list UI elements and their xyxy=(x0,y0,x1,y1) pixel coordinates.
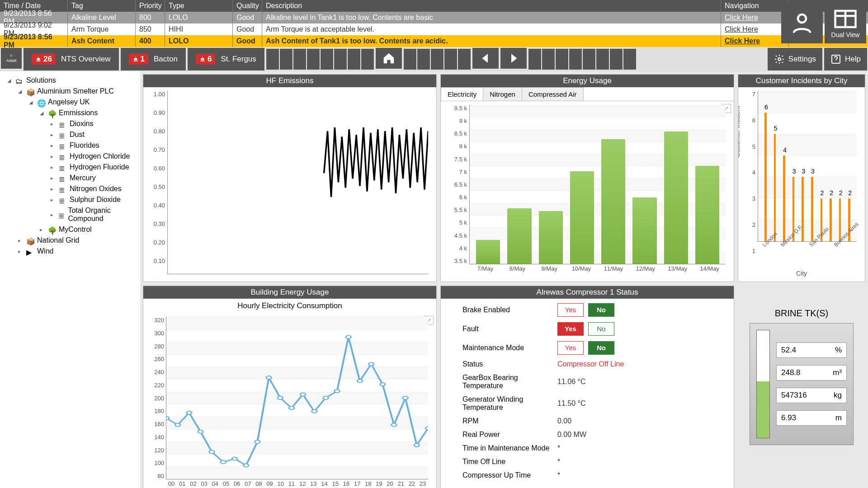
solution-tree[interactable]: ◢ 🗂 Solutions ◢ 📦 Aluminium Smelter PLC … xyxy=(0,71,140,488)
col-header-quality[interactable]: Quality xyxy=(233,0,262,12)
dual-view-button[interactable]: Dual View xyxy=(825,2,866,43)
alarm-row[interactable]: 9/23/2013 9:02 PM Arm Torque 850 HIHI Go… xyxy=(0,23,868,35)
tree-item[interactable]: ▸ ≣ Nitrogen Oxides xyxy=(2,183,138,194)
expand-toggle-icon[interactable]: ◢ xyxy=(29,99,34,105)
col-header-nav[interactable]: Navigation xyxy=(721,0,789,12)
tree-item[interactable]: ▸ ≣ Hydrogen Chloride xyxy=(2,151,138,162)
nav-slot[interactable] xyxy=(444,49,457,70)
tree-item[interactable]: ▸ ≣ Dioxins xyxy=(2,118,138,129)
expand-toggle-icon[interactable]: ▸ xyxy=(18,238,24,244)
tab-electricity[interactable]: Electricity xyxy=(441,87,483,101)
expand-toggle-icon[interactable]: ◢ xyxy=(40,110,45,116)
no-button[interactable]: No xyxy=(588,303,614,317)
expand-toggle-icon[interactable]: ▸ xyxy=(51,121,56,127)
tab-nitrogen[interactable]: Nitrogen xyxy=(483,87,522,101)
expand-toggle-icon[interactable]: ◢ xyxy=(7,78,13,84)
nav-back-button[interactable] xyxy=(472,48,499,69)
tree-item[interactable]: ▸ 🌳 MyControl xyxy=(2,224,138,235)
nav-slot[interactable] xyxy=(556,49,568,70)
layers-icon: 🗂 xyxy=(15,77,24,84)
expand-toggle-icon[interactable]: ▸ xyxy=(51,186,56,192)
tree-item[interactable]: ▸ 📦 National Grid xyxy=(2,235,138,246)
expand-toggle-icon[interactable]: ▸ xyxy=(51,175,56,181)
svg-point-29 xyxy=(425,427,428,430)
no-button[interactable]: No xyxy=(588,322,614,336)
nav-slot[interactable] xyxy=(334,49,347,70)
expand-toggle-icon[interactable]: ▸ xyxy=(51,164,56,170)
nav-slot[interactable] xyxy=(610,49,623,70)
nav-area-button[interactable]: 6 St. Fergus xyxy=(188,48,264,70)
alarm-type: LOLO xyxy=(165,12,233,23)
yes-button[interactable]: Yes xyxy=(557,303,584,317)
alarm-nav-link[interactable]: Click Here xyxy=(721,23,789,35)
tree-item[interactable]: ▸ ≣ Mercury xyxy=(2,173,138,183)
nav-slot[interactable] xyxy=(583,49,595,70)
tab-compressed-air[interactable]: Compressed Air xyxy=(522,87,584,101)
tree-item[interactable]: ▸ ≣ Total Organic Compound xyxy=(2,205,138,224)
tree-item[interactable]: ◢ 📦 Aluminium Smelter PLC xyxy=(2,86,138,97)
col-header-priority[interactable]: Priority xyxy=(136,0,165,12)
tree-item[interactable]: ▸ ≣ Dust xyxy=(2,129,138,140)
tree-item[interactable]: ▸ ≣ Hydrogen Fluoride xyxy=(2,162,138,173)
nav-forward-button[interactable] xyxy=(500,48,527,69)
alarm-grid: Time / Date Tag Priority Type Quality De… xyxy=(0,0,868,47)
nav-home-button[interactable] xyxy=(376,48,402,69)
svg-point-26 xyxy=(392,423,397,427)
col-header-desc[interactable]: Description xyxy=(262,0,721,12)
nav-slot[interactable] xyxy=(280,49,292,70)
tree-item[interactable]: ▸ ▶ Wind xyxy=(2,246,138,257)
yes-button[interactable]: Yes xyxy=(557,341,584,355)
alarm-nav-link[interactable]: Click Here xyxy=(721,12,789,23)
nav-slot[interactable] xyxy=(404,49,416,70)
alarm-row[interactable]: 9/23/2013 8:56 PM Alkaline Level 800 LOL… xyxy=(0,12,868,23)
nav-slot[interactable] xyxy=(348,49,360,70)
expand-toggle-icon[interactable]: ▸ xyxy=(51,197,56,203)
col-header-tag[interactable]: Tag xyxy=(68,0,136,12)
expand-toggle-icon[interactable]: ▸ xyxy=(51,143,56,149)
svg-point-13 xyxy=(243,464,249,467)
tree-item[interactable]: ▸ ≣ Sulphur Dioxide xyxy=(2,194,138,205)
nav-slot[interactable] xyxy=(542,49,555,70)
nav-slot[interactable] xyxy=(361,49,374,70)
nav-slot[interactable] xyxy=(266,49,279,70)
expand-toggle-icon[interactable]: ▸ xyxy=(40,227,45,233)
bar xyxy=(601,139,625,264)
tree-item[interactable]: ◢ 🌐 Angelsey UK xyxy=(2,97,138,108)
expand-toggle-icon[interactable]: ▸ xyxy=(18,249,24,254)
expand-toggle-icon[interactable]: ▸ xyxy=(51,132,56,138)
asset-list-button[interactable]: ≡Asset xyxy=(1,48,22,69)
nav-slot[interactable] xyxy=(528,49,541,70)
col-header-type[interactable]: Type xyxy=(165,0,233,12)
nav-slot[interactable] xyxy=(623,49,636,70)
brine-value: 6.93m xyxy=(776,410,847,426)
svg-point-10 xyxy=(209,450,215,454)
no-button[interactable]: No xyxy=(588,341,614,355)
help-button[interactable]: Help xyxy=(824,48,867,70)
user-button[interactable] xyxy=(781,2,823,43)
expand-toggle-icon[interactable]: ◢ xyxy=(18,89,24,94)
tree-item[interactable]: ◢ 🌳 Emmissions xyxy=(2,108,138,118)
settings-button[interactable]: Settings xyxy=(768,48,822,70)
alarm-row[interactable]: 9/23/2013 8:56 PM Ash Content 400 LOLO G… xyxy=(0,35,868,47)
tree-item[interactable]: ▸ ≣ Fluorides xyxy=(2,140,138,151)
status-value: * xyxy=(557,458,560,466)
nav-area-button[interactable]: 26 NTS Overview xyxy=(24,48,119,70)
yes-button[interactable]: Yes xyxy=(557,322,584,336)
nav-slot[interactable] xyxy=(569,49,582,70)
alarm-badge: 1 xyxy=(129,54,148,65)
nav-slot[interactable] xyxy=(458,49,471,70)
nav-slot[interactable] xyxy=(596,49,609,70)
nav-slot[interactable] xyxy=(417,49,430,70)
nav-slot[interactable] xyxy=(307,49,320,70)
alarm-header-row: Time / Date Tag Priority Type Quality De… xyxy=(0,0,868,12)
nav-area-button[interactable]: 1 Bacton xyxy=(121,48,186,70)
nav-slot[interactable] xyxy=(321,49,333,70)
nav-slot[interactable] xyxy=(431,49,443,70)
expand-toggle-icon[interactable]: ▸ xyxy=(51,154,56,160)
tree-item[interactable]: ◢ 🗂 Solutions xyxy=(2,75,138,86)
flag-icon: ▶ xyxy=(26,248,34,254)
expand-toggle-icon[interactable]: ▸ xyxy=(51,212,56,218)
alarm-nav-link[interactable]: Click Here xyxy=(721,35,789,47)
nav-slot-grid-left xyxy=(266,48,374,70)
nav-slot[interactable] xyxy=(293,49,306,70)
